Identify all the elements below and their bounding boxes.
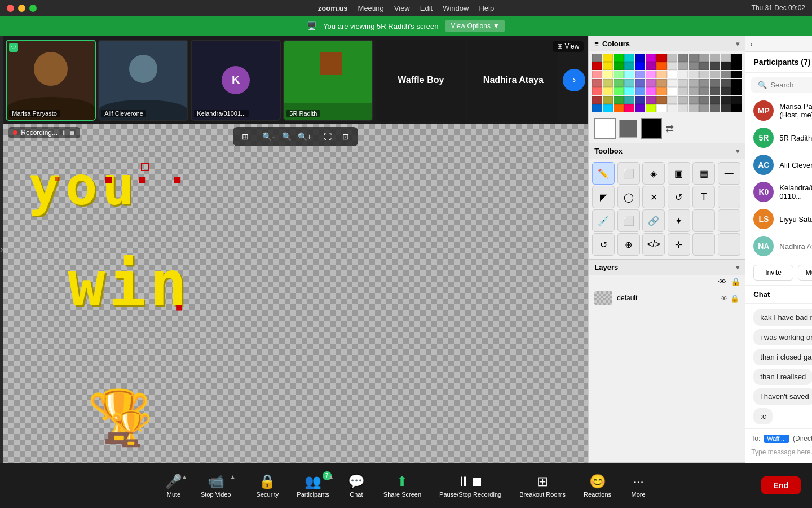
thumbnail-next-button[interactable]: › <box>563 69 585 91</box>
color-cell[interactable] <box>624 71 634 78</box>
color-cell[interactable] <box>614 54 624 62</box>
app-menu-edit[interactable]: Edit <box>420 4 433 12</box>
color-cell[interactable] <box>689 104 699 112</box>
color-cell[interactable] <box>624 54 634 62</box>
tool-cross[interactable]: ✛ <box>668 233 690 256</box>
chat-button[interactable]: 💬 Chat <box>339 470 373 501</box>
color-cell[interactable] <box>710 87 720 95</box>
color-cell[interactable] <box>656 71 667 78</box>
color-cell[interactable] <box>635 54 645 62</box>
color-cell[interactable] <box>635 87 645 95</box>
color-cell[interactable] <box>731 79 742 87</box>
color-cell[interactable] <box>614 96 624 104</box>
app-menu-meeting[interactable]: Meeting <box>358 4 384 12</box>
color-cell[interactable] <box>721 87 731 95</box>
color-cell[interactable] <box>592 62 602 70</box>
color-cell[interactable] <box>603 54 613 62</box>
share-screen-button[interactable]: ⬆ Share Screen <box>376 470 429 501</box>
pause-stop-recording-button[interactable]: ⏸⏹ Pause/Stop Recording <box>431 470 509 501</box>
color-cell[interactable] <box>646 54 656 62</box>
color-cell[interactable] <box>731 54 742 62</box>
participant-item-5r[interactable]: 5R 5R Radith ⊕ 🎤 📷 <box>745 124 812 151</box>
app-menu-window[interactable]: Window <box>443 4 469 12</box>
mid-swatch[interactable] <box>619 120 637 138</box>
color-cell[interactable] <box>646 87 656 95</box>
zoom-reset-btn[interactable]: 🔍 <box>279 129 294 144</box>
color-cell[interactable] <box>699 79 709 87</box>
color-cell[interactable] <box>656 54 667 62</box>
color-cell[interactable] <box>689 87 699 95</box>
color-cell[interactable] <box>614 79 624 87</box>
color-cell[interactable] <box>678 71 688 78</box>
view-button[interactable]: ⊞ View <box>553 41 584 52</box>
layer-lock-icon[interactable]: 🔒 <box>731 277 740 286</box>
thumbnail-nadhira[interactable]: Nadhira Ataya <box>468 40 558 121</box>
tool-fill-sel[interactable]: ◤ <box>592 186 615 208</box>
color-cell[interactable] <box>721 104 731 112</box>
security-button[interactable]: 🔒 Security <box>249 470 287 501</box>
color-cell[interactable] <box>710 54 720 62</box>
color-cell[interactable] <box>656 79 667 87</box>
tool-line[interactable]: — <box>718 162 740 185</box>
color-cell[interactable] <box>731 62 742 70</box>
fullscreen-btn[interactable]: ⊡ <box>338 129 354 144</box>
colours-expand-arrow[interactable]: ▾ <box>736 40 739 48</box>
color-cell[interactable] <box>656 87 667 95</box>
color-cell[interactable] <box>710 96 720 104</box>
color-cell[interactable] <box>603 62 613 70</box>
tool-eraser[interactable]: ⬜ <box>617 162 640 185</box>
fit-btn[interactable]: ⛶ <box>320 129 336 144</box>
color-cell[interactable] <box>710 62 720 70</box>
participant-item-alif[interactable]: AC Alif Cleverone ⊕ 🎤 📷 <box>745 151 812 178</box>
toolbox-header[interactable]: Toolbox ▾ <box>589 143 745 159</box>
color-cell[interactable] <box>592 79 602 87</box>
tool-sparkle[interactable]: ✦ <box>668 209 690 232</box>
color-cell[interactable] <box>656 62 667 70</box>
zoom-in-btn[interactable]: 🔍+ <box>297 129 312 144</box>
color-cell[interactable] <box>635 104 645 112</box>
color-cell[interactable] <box>614 71 624 78</box>
end-meeting-button[interactable]: End <box>761 476 801 494</box>
grid-btn[interactable]: ⊞ <box>237 129 253 144</box>
tool-move-2[interactable]: ⊕ <box>617 233 640 256</box>
layer-visible-icon[interactable]: 👁 <box>718 277 726 286</box>
thumbnail-5r[interactable]: 5R Radith <box>283 40 373 121</box>
color-cell[interactable] <box>667 79 677 87</box>
layers-header[interactable]: Layers ▾ <box>589 260 745 275</box>
tool-pencil[interactable]: ✏️ <box>592 162 615 185</box>
search-bar[interactable]: 🔍 <box>751 77 812 93</box>
color-cell[interactable] <box>603 96 613 104</box>
minimize-button[interactable] <box>18 5 25 12</box>
color-cell[interactable] <box>646 71 656 78</box>
color-cell[interactable] <box>699 62 709 70</box>
color-cell[interactable] <box>646 96 656 104</box>
mute-button[interactable]: 🎤 Mute ▲ <box>157 470 191 501</box>
color-cell[interactable] <box>592 96 602 104</box>
stop-recording-btn[interactable]: ⏹ <box>69 129 76 136</box>
app-menu-help[interactable]: Help <box>479 4 494 12</box>
participant-item-kelandra[interactable]: K0 Kelandra/01001011 0110... ⊕ 🎤 📷 <box>745 178 812 205</box>
color-cell[interactable] <box>689 96 699 104</box>
maximize-button[interactable] <box>29 5 37 12</box>
view-options-button[interactable]: View Options ▼ <box>445 20 505 32</box>
color-cell[interactable] <box>603 104 613 112</box>
color-cell[interactable] <box>646 62 656 70</box>
tool-text[interactable]: T <box>692 186 715 208</box>
participants-button[interactable]: 👥 Participants 7 ▲ <box>289 470 337 501</box>
color-cell[interactable] <box>603 71 613 78</box>
color-cell[interactable] <box>592 54 602 62</box>
color-cell[interactable] <box>678 104 688 112</box>
color-cell[interactable] <box>646 104 656 112</box>
layer-lock-item-icon[interactable]: 🔒 <box>730 294 739 303</box>
color-cell[interactable] <box>678 54 688 62</box>
color-cell[interactable] <box>624 79 634 87</box>
color-cell[interactable] <box>603 79 613 87</box>
color-cell[interactable] <box>678 79 688 87</box>
tool-lasso[interactable]: ⬜ <box>617 209 640 232</box>
toolbox-expand-arrow[interactable]: ▾ <box>736 147 739 155</box>
thumbnail-alif[interactable]: Alif Cleverone <box>98 40 188 121</box>
color-cell[interactable] <box>592 71 602 78</box>
color-cell[interactable] <box>667 71 677 78</box>
color-cell[interactable] <box>721 79 731 87</box>
window-controls[interactable] <box>7 5 37 12</box>
